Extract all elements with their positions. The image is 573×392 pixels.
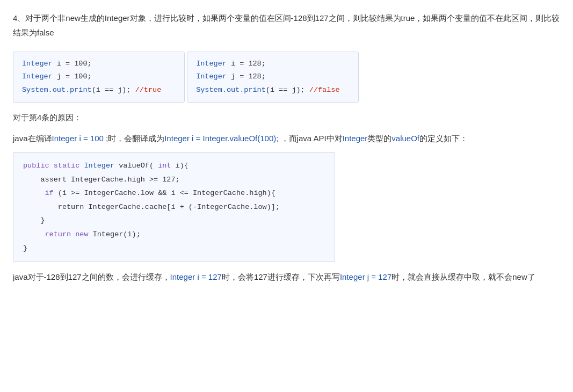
code-line: System.out.print(i == j); //false [196,84,350,97]
code-line: Integer j = 100; [22,70,176,83]
reason-title: 对于第4条的原因： [13,110,560,125]
code-line: if (i >= IntegerCache.low && i <= Intege… [23,186,325,200]
reason-body: java在编译Integer i = 100 ;时，会翻译成为Integer i… [13,131,560,146]
code-line: return new Integer(i); [23,228,325,242]
code-block-3: public static Integer valueOf( int i){ a… [13,152,335,262]
code-line: Integer j = 128; [196,70,350,83]
code-line: } [23,214,325,228]
code-line: public static Integer valueOf( int i){ [23,159,325,173]
code-line: } [23,242,325,256]
code-line: return IntegerCache.cache[i + (-IntegerC… [23,200,325,214]
code-line: Integer i = 128; [196,57,350,70]
footer-text: java对于-128到127之间的数，会进行缓存，Integer i = 127… [13,270,560,284]
code-line: Integer i = 100; [22,57,176,70]
code-block-1: Integer i = 100; Integer j = 100; System… [13,52,185,103]
code-line: assert IntegerCache.high >= 127; [23,173,325,187]
code-block-2: Integer i = 128; Integer j = 128; System… [187,52,359,103]
code-line: System.out.print(i == j); //true [22,84,176,97]
section4-title: 4、对于两个非new生成的Integer对象，进行比较时，如果两个变量的值在区间… [13,11,560,40]
